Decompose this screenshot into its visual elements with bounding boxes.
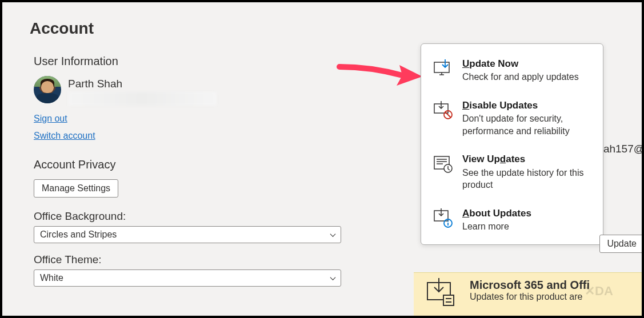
watermark-icon: ✕DA bbox=[585, 283, 630, 299]
menu-item-view-updates[interactable]: View Updates See the update history for … bbox=[421, 147, 603, 201]
menu-description: See the update history for this product bbox=[462, 167, 591, 191]
user-name: Parth Shah bbox=[68, 78, 217, 90]
update-options-icon[interactable] bbox=[424, 276, 458, 310]
menu-description: Learn more bbox=[462, 220, 591, 233]
menu-title: View Updates bbox=[462, 153, 591, 165]
disable-updates-icon bbox=[433, 99, 454, 121]
svg-point-19 bbox=[447, 220, 449, 222]
office-background-select[interactable]: Circles and Stripes bbox=[34, 226, 341, 243]
office-theme-select[interactable]: White bbox=[34, 269, 341, 287]
manage-settings-button[interactable]: Manage Settings bbox=[34, 179, 118, 198]
office-theme-label: Office Theme: bbox=[34, 253, 642, 266]
banner-title: Microsoft 365 and Offi bbox=[470, 279, 590, 292]
menu-item-update-now[interactable]: Update Now Check for and apply updates bbox=[421, 52, 603, 94]
update-now-icon bbox=[433, 58, 454, 79]
annotation-arrow-icon bbox=[337, 58, 422, 87]
menu-title: Disable Updates bbox=[462, 99, 591, 111]
sign-out-link[interactable]: Sign out bbox=[34, 114, 67, 124]
page-title: Account bbox=[2, 2, 642, 38]
menu-item-about-updates[interactable]: About Updates Learn more bbox=[421, 202, 603, 236]
svg-text:✕DA: ✕DA bbox=[585, 284, 613, 298]
user-email-blurred bbox=[68, 92, 217, 106]
menu-description: Check for and apply updates bbox=[462, 71, 591, 83]
about-updates-icon bbox=[433, 207, 454, 229]
user-avatar[interactable] bbox=[34, 76, 61, 103]
svg-rect-1 bbox=[434, 62, 449, 73]
update-options-menu: Update Now Check for and apply updates D… bbox=[421, 43, 603, 245]
banner-subtitle: Updates for this product are bbox=[470, 292, 590, 302]
svg-rect-23 bbox=[443, 295, 454, 305]
menu-item-disable-updates[interactable]: Disable Updates Don't update for securit… bbox=[421, 94, 603, 147]
partial-email-text: ah157@ bbox=[603, 143, 644, 155]
view-updates-icon bbox=[433, 153, 454, 175]
update-button[interactable]: Update bbox=[599, 235, 644, 253]
menu-description: Don't update for security, performance a… bbox=[462, 112, 591, 137]
menu-title: Update Now bbox=[462, 58, 591, 70]
menu-title: About Updates bbox=[462, 207, 591, 219]
switch-account-link[interactable]: Switch account bbox=[34, 131, 95, 141]
